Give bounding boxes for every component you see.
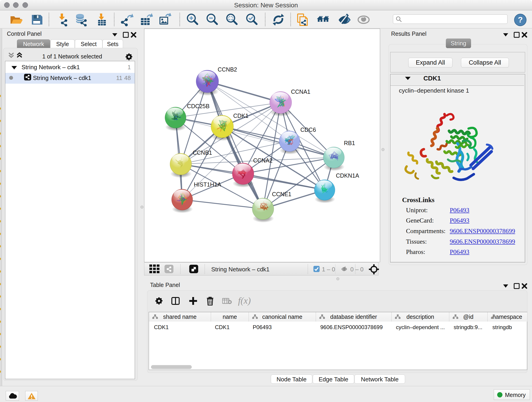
svg-text:CDK1: CDK1 <box>233 113 249 119</box>
svg-text:CCNB2: CCNB2 <box>218 66 237 73</box>
svg-text:CCNB1: CCNB1 <box>193 149 212 156</box>
svg-text:CCNA1: CCNA1 <box>291 89 310 95</box>
svg-text:CDKN1A: CDKN1A <box>336 172 359 179</box>
svg-text:CCNA2: CCNA2 <box>253 157 273 164</box>
svg-text:CDC25B: CDC25B <box>187 103 210 109</box>
svg-text:CCNE1: CCNE1 <box>272 191 291 197</box>
svg-text:RB1: RB1 <box>344 140 355 146</box>
svg-text:?: ? <box>518 15 523 24</box>
svg-text:CDC6: CDC6 <box>300 127 316 133</box>
svg-text:HIST1H1A: HIST1H1A <box>194 181 221 188</box>
